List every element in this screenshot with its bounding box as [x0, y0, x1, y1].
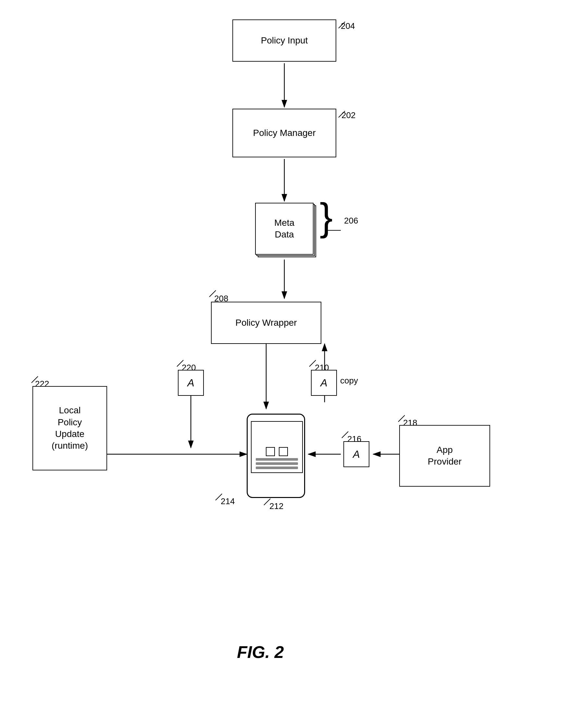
mobile-screen [251, 421, 303, 473]
app-a-220-box: A [178, 370, 204, 396]
app-a-210-box: A [311, 370, 337, 396]
copy-label: copy [340, 376, 358, 386]
svg-line-16 [177, 360, 183, 367]
app-a-216-label: A [353, 448, 360, 460]
svg-line-12 [339, 22, 345, 28]
svg-line-15 [31, 376, 38, 383]
mobile-icon-1 [266, 447, 275, 456]
svg-line-13 [339, 111, 345, 117]
ref-tick-208 [208, 289, 217, 298]
svg-line-17 [309, 360, 316, 367]
ref-tick-204 [337, 20, 347, 30]
mobile-icon-row [266, 447, 288, 456]
ref-tick-222 [30, 375, 40, 384]
policy-input-label: Policy Input [261, 35, 308, 46]
mobile-line-1 [256, 458, 298, 461]
mobile-line-2 [256, 462, 298, 465]
app-provider-label: App Provider [428, 444, 462, 468]
ref-tick-218 [397, 414, 406, 423]
policy-wrapper-box: Policy Wrapper [211, 302, 321, 344]
svg-line-20 [264, 499, 270, 505]
mobile-icon-2 [279, 447, 288, 456]
app-a-216-box: A [344, 441, 369, 467]
app-a-210-label: A [321, 377, 327, 389]
ref-206: 206 [344, 216, 358, 226]
policy-wrapper-label: Policy Wrapper [235, 317, 297, 329]
app-provider-box: App Provider [399, 425, 490, 487]
fig-label: FIG. 2 [237, 642, 284, 662]
ref-tick-220 [175, 358, 185, 368]
ref-tick-216 [340, 430, 350, 440]
ref-tick-212 [262, 497, 272, 507]
ref-tick-214 [214, 492, 224, 502]
local-policy-update-label: Local Policy Update (runtime) [52, 405, 88, 452]
policy-manager-box: Policy Manager [232, 109, 336, 157]
meta-data-label: MetaData [274, 217, 295, 241]
meta-data-page-front: MetaData [255, 203, 314, 255]
policy-input-box: Policy Input [232, 19, 336, 62]
svg-line-19 [398, 415, 405, 422]
ref-tick-210 [308, 358, 318, 368]
svg-line-18 [342, 431, 348, 438]
app-a-220-label: A [187, 377, 194, 389]
policy-manager-label: Policy Manager [253, 127, 316, 139]
ref-tick-202 [337, 109, 347, 119]
svg-line-14 [209, 290, 216, 297]
local-policy-update-box: Local Policy Update (runtime) [32, 386, 107, 470]
mobile-line-3 [256, 467, 298, 469]
meta-data-brace: } [320, 197, 333, 236]
mobile-lines [256, 458, 298, 469]
mobile-device [247, 414, 305, 498]
diagram: Policy Input 204 Policy Manager 202 Meta… [0, 0, 569, 728]
svg-line-21 [215, 494, 222, 500]
